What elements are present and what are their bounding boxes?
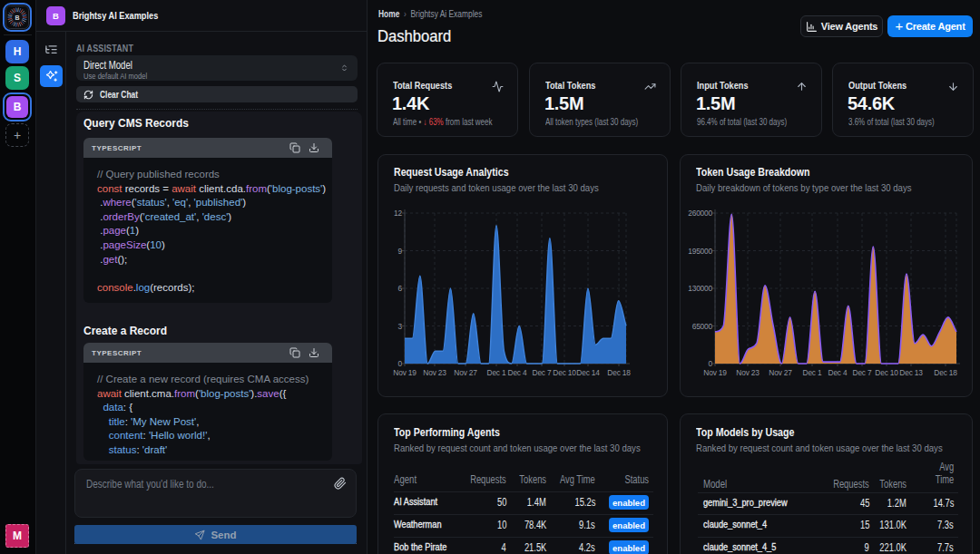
svg-text:Nov 23: Nov 23 [736,368,760,377]
svg-text:Dec 4: Dec 4 [508,368,527,377]
svg-text:Dec 10: Dec 10 [553,368,576,377]
svg-text:Dec 1: Dec 1 [487,368,506,377]
svg-text:Dec 10: Dec 10 [875,368,898,377]
svg-text:Nov 19: Nov 19 [703,368,727,377]
svg-text:Dec 4: Dec 4 [828,368,848,377]
svg-text:B: B [15,15,19,21]
svg-text:195000: 195000 [688,247,712,256]
svg-text:0: 0 [398,359,403,368]
svg-text:Nov 23: Nov 23 [423,368,446,377]
svg-text:Dec 14: Dec 14 [576,368,600,377]
svg-text:Nov 27: Nov 27 [769,368,792,377]
svg-text:Dec 13: Dec 13 [899,368,923,377]
svg-text:3: 3 [398,322,403,331]
svg-text:Nov 19: Nov 19 [393,368,416,377]
svg-text:130000: 130000 [688,284,712,293]
svg-text:Dec 1: Dec 1 [803,368,822,377]
svg-text:Dec 7: Dec 7 [533,368,552,377]
svg-text:12: 12 [394,209,402,218]
svg-text:0: 0 [709,359,713,368]
svg-text:260000: 260000 [688,209,712,218]
svg-text:9: 9 [398,247,403,256]
svg-text:Dec 18: Dec 18 [934,368,957,377]
svg-text:Nov 27: Nov 27 [454,368,477,377]
svg-text:Dec 7: Dec 7 [853,368,872,377]
svg-text:6: 6 [398,284,403,293]
svg-text:Dec 18: Dec 18 [607,368,631,377]
svg-text:65000: 65000 [692,322,713,331]
